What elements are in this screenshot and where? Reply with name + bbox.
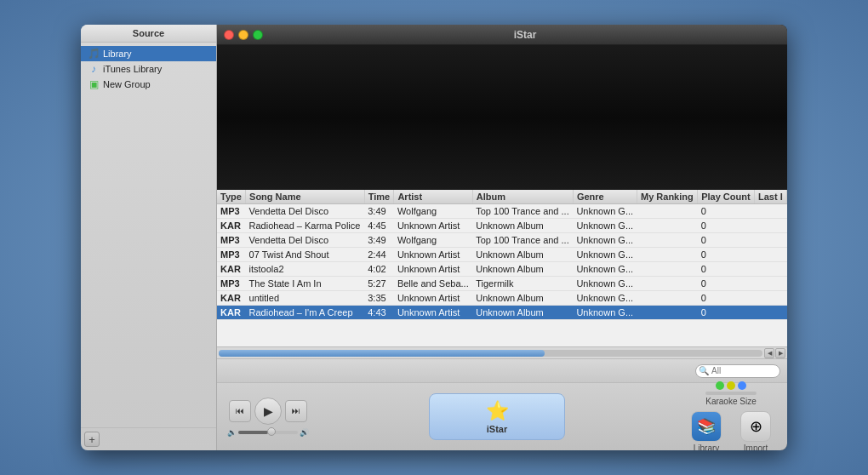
- table-row[interactable]: KAR itstoola2 4:02 Unknown Artist Unknow…: [217, 262, 787, 277]
- title-bar: iStar: [217, 25, 787, 45]
- volume-track[interactable]: [238, 431, 298, 434]
- cell-album: Tigermilk: [472, 277, 573, 291]
- volume-thumb[interactable]: [267, 427, 276, 436]
- cell-artist: Unknown Artist: [394, 219, 472, 233]
- sidebar: Source 🎵 Library ♪ iTunes Library ▣ New …: [81, 25, 217, 450]
- cell-time: 5:27: [364, 277, 394, 291]
- cell-play-count: 0: [698, 291, 755, 306]
- cell-genre: Unknown G...: [573, 204, 637, 219]
- scrollbar-track[interactable]: [219, 350, 762, 357]
- cell-album: Unknown Album: [472, 248, 573, 262]
- sidebar-item-itunes[interactable]: ♪ iTunes Library: [81, 61, 216, 77]
- cell-album: Unknown Album: [472, 262, 573, 277]
- cell-song-name: Vendetta Del Disco: [246, 204, 365, 219]
- cell-last: [754, 219, 786, 233]
- cell-my-ranking: [637, 291, 697, 306]
- cell-play-count: 0: [698, 277, 755, 291]
- table-row[interactable]: KAR Radiohead – I'm A Creep 4:43 Unknown…: [217, 306, 787, 320]
- table-row[interactable]: MP3 Vendetta Del Disco 3:49 Wolfgang Top…: [217, 233, 787, 248]
- dot-blue: [738, 381, 746, 390]
- cell-genre: Unknown G...: [573, 248, 637, 262]
- dot-green: [716, 381, 724, 390]
- col-genre[interactable]: Genre: [573, 190, 637, 204]
- col-artist[interactable]: Artist: [394, 190, 472, 204]
- cell-song-name: untitled: [246, 291, 365, 306]
- import-label: Import: [744, 444, 768, 451]
- cell-my-ranking: [637, 262, 697, 277]
- search-bar: 🔍: [217, 358, 787, 382]
- table-row[interactable]: KAR untitled 3:35 Unknown Artist Unknown…: [217, 291, 787, 306]
- volume-fill: [238, 431, 268, 434]
- istar-button[interactable]: ⭐ iStar: [429, 393, 565, 440]
- cell-song-name: Radiohead – I'm A Creep: [246, 306, 365, 320]
- col-play-count[interactable]: Play Count: [698, 190, 755, 204]
- scroll-left-button[interactable]: ◀: [764, 348, 774, 358]
- maximize-button[interactable]: [253, 30, 263, 40]
- play-button[interactable]: ▶: [254, 398, 282, 425]
- sidebar-item-library-label: Library: [103, 49, 132, 59]
- import-icon: ⊕: [740, 411, 771, 442]
- dot-yellow: [727, 381, 735, 390]
- col-song-name[interactable]: Song Name: [246, 190, 365, 204]
- karaoke-slider[interactable]: [705, 392, 757, 395]
- col-type[interactable]: Type: [217, 190, 246, 204]
- cell-genre: Unknown G...: [573, 233, 637, 248]
- rewind-button[interactable]: ⏮: [229, 400, 251, 422]
- sidebar-title: Source: [81, 25, 216, 43]
- cell-my-ranking: [637, 233, 697, 248]
- sidebar-item-newgroup[interactable]: ▣ New Group: [81, 77, 216, 92]
- cell-my-ranking: [637, 306, 697, 320]
- close-button[interactable]: [224, 30, 234, 40]
- karaoke-dots: [716, 381, 746, 390]
- cell-type: MP3: [217, 204, 246, 219]
- cell-my-ranking: [637, 219, 697, 233]
- table-row[interactable]: MP3 Vendetta Del Disco 3:49 Wolfgang Top…: [217, 204, 787, 219]
- istar-center: ⭐ iStar: [319, 393, 675, 440]
- cell-genre: Unknown G...: [573, 306, 637, 320]
- cell-song-name: Radiohead – Karma Police: [246, 219, 365, 233]
- istar-label: iStar: [487, 424, 507, 434]
- cell-play-count: 0: [698, 233, 755, 248]
- col-time[interactable]: Time: [364, 190, 394, 204]
- minimize-button[interactable]: [238, 30, 248, 40]
- col-my-ranking[interactable]: My Ranking: [637, 190, 697, 204]
- cell-last: [754, 233, 786, 248]
- cell-genre: Unknown G...: [573, 219, 637, 233]
- cell-artist: Belle and Seba...: [394, 277, 472, 291]
- cell-album: Unknown Album: [472, 219, 573, 233]
- cell-time: 3:49: [364, 233, 394, 248]
- col-album[interactable]: Album: [472, 190, 573, 204]
- cell-artist: Wolfgang: [394, 204, 472, 219]
- window-controls: [224, 30, 263, 40]
- track-table[interactable]: Type Song Name Time Artist Album Genre M…: [217, 190, 787, 346]
- cell-play-count: 0: [698, 204, 755, 219]
- cell-play-count: 0: [698, 306, 755, 320]
- cell-time: 3:35: [364, 291, 394, 306]
- right-tools: Karaoke Size 📚 Library ⊕ Import: [685, 381, 777, 451]
- scrollbar[interactable]: ◀ ▶: [217, 346, 787, 358]
- sidebar-item-library[interactable]: 🎵 Library: [81, 46, 216, 61]
- add-group-button[interactable]: +: [84, 432, 100, 447]
- scroll-right-button[interactable]: ▶: [775, 348, 785, 358]
- table-row[interactable]: MP3 07 Twist And Shout 2:44 Unknown Arti…: [217, 248, 787, 262]
- bottom-toolbar: ⏮ ▶ ⏭ 🔈: [217, 382, 787, 450]
- cell-genre: Unknown G...: [573, 277, 637, 291]
- cell-last: [754, 277, 786, 291]
- scrollbar-thumb[interactable]: [219, 350, 545, 357]
- rewind-icon: ⏮: [236, 406, 244, 415]
- playback-buttons: ⏮ ▶ ⏭: [229, 398, 307, 425]
- cell-genre: Unknown G...: [573, 262, 637, 277]
- library-tool-button[interactable]: 📚 Library: [685, 411, 728, 451]
- cell-song-name: 07 Twist And Shout: [246, 248, 365, 262]
- table-row[interactable]: KAR Radiohead – Karma Police 4:45 Unknow…: [217, 219, 787, 233]
- col-last[interactable]: Last I: [754, 190, 786, 204]
- table-row[interactable]: MP3 The State I Am In 5:27 Belle and Seb…: [217, 277, 787, 291]
- cell-artist: Unknown Artist: [394, 262, 472, 277]
- import-button[interactable]: ⊕ Import: [734, 411, 777, 451]
- cell-song-name: Vendetta Del Disco: [246, 233, 365, 248]
- cell-type: MP3: [217, 233, 246, 248]
- library-tool-icon: 📚: [691, 411, 722, 442]
- scrollbar-arrows: ◀ ▶: [764, 348, 785, 358]
- forward-button[interactable]: ⏭: [285, 400, 307, 422]
- sidebar-item-newgroup-label: New Group: [103, 79, 151, 89]
